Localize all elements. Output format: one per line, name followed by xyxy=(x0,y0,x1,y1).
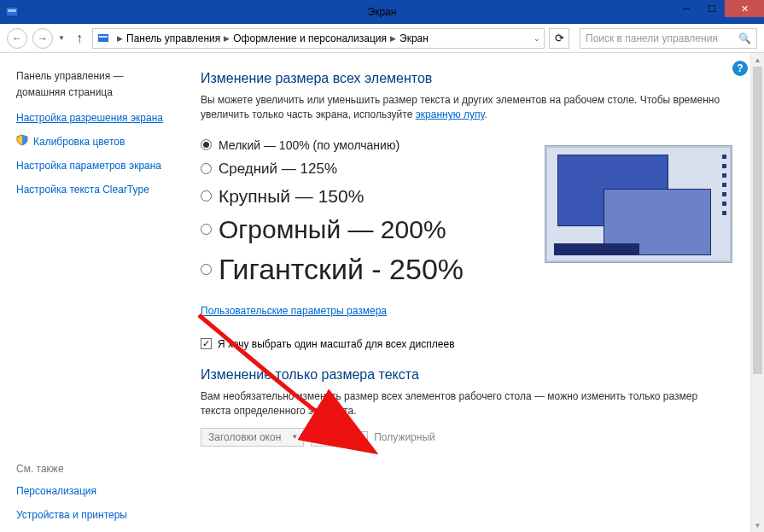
back-button[interactable]: ← xyxy=(7,28,27,49)
chevron-down-icon[interactable]: ⌄ xyxy=(534,34,540,43)
radio-icon xyxy=(201,139,212,150)
heading-text-only: Изменение только размера текста xyxy=(201,367,743,383)
search-input[interactable]: Поиск в панели управления 🔍 xyxy=(580,28,757,49)
chevron-right-icon: ▶ xyxy=(387,34,399,43)
select-value: 11 xyxy=(318,431,330,443)
scroll-up-button[interactable]: ▲ xyxy=(751,53,765,67)
single-scale-checkbox-row[interactable]: ✓ Я хочу выбрать один масштаб для всех д… xyxy=(201,338,743,350)
radio-label: Огромный — 200% xyxy=(219,215,446,244)
radio-icon xyxy=(201,264,212,275)
sidebar-link-display-settings[interactable]: Настройка параметров экрана xyxy=(16,158,168,173)
maximize-button[interactable]: ☐ xyxy=(699,0,725,17)
heading-size-all: Изменение размера всех элементов xyxy=(201,71,743,86)
element-select[interactable]: Заголовки окон ▼ xyxy=(201,428,304,447)
vertical-scrollbar[interactable]: ▲ ▼ xyxy=(750,53,764,532)
checkbox-icon xyxy=(357,431,368,442)
svg-rect-2 xyxy=(98,34,108,42)
svg-rect-1 xyxy=(8,9,16,12)
breadcrumb-mid[interactable]: Оформление и персонализация xyxy=(233,32,387,44)
chevron-right-icon: ▶ xyxy=(114,34,126,43)
breadcrumb-root[interactable]: Панель управления xyxy=(126,32,220,44)
sidebar-see-also-label: См. также xyxy=(16,463,168,475)
scroll-down-button[interactable]: ▼ xyxy=(751,518,765,532)
scroll-track[interactable] xyxy=(751,67,764,518)
radio-label: Средний — 125% xyxy=(219,161,337,178)
bold-checkbox-row[interactable]: Полужирный xyxy=(357,431,435,443)
sidebar-see-personalization[interactable]: Персонализация xyxy=(16,483,168,499)
select-value: Заголовки окон xyxy=(208,431,281,443)
sidebar-link-resolution[interactable]: Настройка разрешения экрана xyxy=(16,110,168,126)
radio-icon xyxy=(201,190,212,202)
system-menu-icon[interactable] xyxy=(0,0,24,24)
window-titlebar: Экран ─ ☐ ✕ xyxy=(0,0,764,24)
close-button[interactable]: ✕ xyxy=(725,0,764,17)
radio-label: Гигантский - 250% xyxy=(219,253,464,286)
history-dropdown[interactable]: ▼ xyxy=(58,34,67,42)
window-title: Экран xyxy=(0,6,764,18)
content-pane: ? Изменение размера всех элементов Вы мо… xyxy=(180,54,763,531)
checkbox-icon: ✓ xyxy=(201,338,212,349)
minimize-button[interactable]: ─ xyxy=(674,0,699,17)
help-icon[interactable]: ? xyxy=(732,61,748,76)
sidebar-home-line1[interactable]: Панель управления — xyxy=(16,69,168,84)
chevron-down-icon: ▼ xyxy=(291,433,298,441)
search-icon: 🔍 xyxy=(738,32,751,44)
description-text-only: Вам необязательно изменять размер всех э… xyxy=(201,389,721,419)
svg-rect-3 xyxy=(99,36,108,38)
radio-label: Крупный — 150% xyxy=(219,186,364,207)
up-button[interactable]: ↑ xyxy=(72,31,87,46)
magnifier-link[interactable]: экранную лупу xyxy=(416,108,485,120)
radio-icon xyxy=(201,224,212,235)
location-icon xyxy=(96,32,110,45)
sidebar-link-cleartype[interactable]: Настройка текста ClearType xyxy=(16,182,168,197)
radio-label: Мелкий — 100% (по умолчанию) xyxy=(219,138,399,152)
preview-image xyxy=(545,145,732,263)
scroll-thumb[interactable] xyxy=(753,67,762,374)
breadcrumb-leaf[interactable]: Экран xyxy=(399,32,429,44)
breadcrumb[interactable]: ▶ Панель управления ▶ Оформление и персо… xyxy=(92,28,545,49)
radio-icon xyxy=(201,163,212,174)
sidebar-link-calibration[interactable]: Калибровка цветов xyxy=(33,134,125,149)
chevron-down-icon: ▼ xyxy=(341,433,347,441)
search-placeholder: Поиск в панели управления xyxy=(586,32,718,44)
sidebar: Панель управления — домашняя страница На… xyxy=(1,54,180,531)
shield-icon xyxy=(16,134,28,146)
sidebar-see-devices[interactable]: Устройства и принтеры xyxy=(16,507,168,523)
checkbox-label: Я хочу выбрать один масштаб для всех дис… xyxy=(218,338,455,350)
custom-size-link[interactable]: Пользовательские параметры размера xyxy=(201,305,387,317)
bold-label: Полужирный xyxy=(374,431,435,443)
refresh-button[interactable]: ⟳ xyxy=(549,28,569,49)
sidebar-home-line2[interactable]: домашняя страница xyxy=(16,85,168,100)
description-size-all: Вы можете увеличить или уменьшить размер… xyxy=(201,93,721,123)
forward-button[interactable]: → xyxy=(32,28,53,49)
chevron-right-icon: ▶ xyxy=(220,34,233,43)
fontsize-select[interactable]: 11 ▼ xyxy=(311,428,350,447)
address-toolbar: ← → ▼ ↑ ▶ Панель управления ▶ Оформление… xyxy=(0,24,764,53)
